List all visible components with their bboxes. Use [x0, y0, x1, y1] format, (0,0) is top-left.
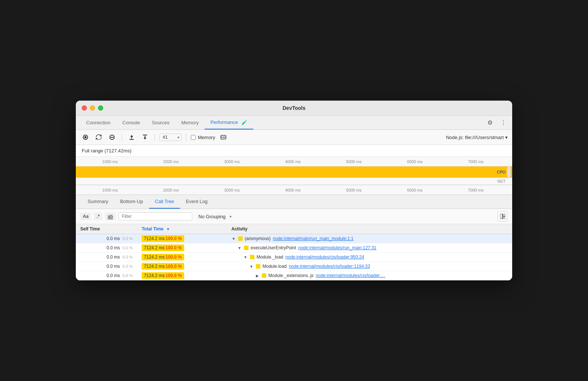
net-bar: NET — [76, 178, 512, 185]
total-time-badge-5: 7124.2 ms 100.0 % — [142, 272, 184, 279]
memory-checkbox-label[interactable]: Memory — [191, 135, 215, 140]
net-label: NET — [497, 179, 506, 183]
col-self-time[interactable]: Self Time — [76, 224, 137, 234]
tree-expand-icon-2[interactable]: ▼ — [237, 246, 242, 250]
cell-self-time-4: 0.0 ms 0.0 % — [76, 262, 137, 271]
tab-connection[interactable]: Connection — [80, 116, 116, 129]
call-tree-table: Self Time Total Time ▼ Activity 0.0 ms — [76, 224, 512, 280]
separator-3 — [186, 134, 186, 141]
download-button[interactable] — [140, 132, 150, 142]
table-row[interactable]: 0.0 ms 0.0 % 7124.2 ms 100.0 % ▼ (anonym… — [76, 234, 512, 243]
activity-link-1[interactable]: node:internal/main/run_main_module:1:1 — [273, 236, 354, 241]
table-row[interactable]: 0.0 ms 0.0 % 7124.2 ms 100.0 % ▼ Module.… — [76, 253, 512, 262]
memory-label: Memory — [198, 135, 215, 140]
range-info: Full range (7127.42ms) — [76, 145, 512, 157]
cell-total-time-4: 7124.2 ms 100.0 % — [137, 262, 227, 271]
tree-expand-icon-3[interactable]: ▼ — [243, 255, 248, 259]
cell-self-time-5: 0.0 ms 0.0 % — [76, 271, 137, 280]
activity-link-4[interactable]: node:internal/modules/cjs/loader:1194:33 — [289, 264, 370, 269]
grouping-select[interactable]: No Grouping By URL By Activity — [195, 212, 234, 221]
cpu-bar[interactable]: CPU — [76, 166, 512, 178]
clear-button[interactable] — [107, 132, 117, 142]
memory-checkbox-input[interactable] — [191, 135, 196, 140]
upload-button[interactable] — [126, 132, 137, 142]
tab-memory[interactable]: Memory — [175, 116, 205, 129]
table-row[interactable]: 0.0 ms 0.0 % 7124.2 ms 100.0 % ▼ execute… — [76, 243, 512, 253]
case-sensitive-button[interactable]: Aa — [80, 213, 91, 220]
svg-rect-10 — [500, 214, 502, 219]
cell-total-time-2: 7124.2 ms 100.0 % — [137, 243, 227, 253]
maximize-button[interactable] — [98, 105, 103, 111]
whole-word-button[interactable]: ab — [105, 213, 115, 220]
tree-expand-icon-1[interactable]: ▼ — [232, 237, 236, 241]
total-time-badge-4: 7124.2 ms 100.0 % — [142, 263, 184, 270]
svg-point-1 — [84, 136, 87, 138]
col-activity[interactable]: Activity — [227, 224, 512, 234]
session-select[interactable]: #1 — [159, 134, 182, 141]
filter-input[interactable] — [118, 212, 192, 220]
tree-expand-icon-4[interactable]: ▼ — [249, 264, 254, 269]
panel-layout-button[interactable] — [497, 211, 508, 222]
node-label: Node.js: file:///Users/stmart — [446, 135, 504, 140]
more-options-icon[interactable]: ⋮ — [499, 118, 508, 127]
cell-total-time-5: 7124.2 ms 100.0 % — [137, 271, 227, 280]
tab-performance[interactable]: Performance 🧪 — [205, 116, 253, 129]
mark-b-1000ms: 1000 ms — [80, 188, 141, 192]
tab-sources[interactable]: Sources — [146, 116, 175, 129]
record-button[interactable] — [80, 132, 91, 142]
svg-rect-7 — [222, 136, 222, 138]
cell-activity-3: ▼ Module._load node:internal/modules/cjs… — [227, 253, 512, 262]
cell-total-time-1: 7124.2 ms 100.0 % — [137, 234, 227, 243]
regex-button[interactable]: .* — [94, 213, 102, 220]
upper-ruler: 1000 ms 2000 ms 3000 ms 4000 ms 5000 ms … — [76, 157, 512, 166]
tab-bar-tabs: Connection Console Sources Memory Perfor… — [80, 116, 486, 129]
mark-1000ms: 1000 ms — [80, 159, 141, 164]
table-row[interactable]: 0.0 ms 0.0 % 7124.2 ms 100.0 % ▶ Module.… — [76, 271, 512, 280]
minimize-button[interactable] — [90, 105, 95, 111]
svg-rect-5 — [143, 135, 147, 135]
activity-color-icon-1 — [238, 236, 243, 241]
tab-bottom-up[interactable]: Bottom-Up — [114, 195, 149, 209]
toolbar: #1 Memory Node.js: file:///Users/stmart … — [76, 130, 512, 145]
svg-rect-11 — [503, 214, 505, 216]
tab-call-tree[interactable]: Call Tree — [149, 195, 180, 209]
cell-activity-1: ▼ (anonymous) node:internal/main/run_mai… — [227, 234, 512, 243]
mark-b-7000ms: 7000 ms — [445, 188, 506, 192]
tab-event-log[interactable]: Event Log — [180, 195, 214, 209]
mark-b-4000ms: 4000 ms — [263, 188, 324, 192]
mark-5000ms: 5000 ms — [323, 159, 384, 164]
close-button[interactable] — [82, 105, 87, 111]
node-selector[interactable]: Node.js: file:///Users/stmart ▾ — [446, 135, 508, 140]
col-total-time[interactable]: Total Time ▼ — [137, 224, 227, 234]
tree-expand-icon-5[interactable]: ▶ — [255, 274, 260, 278]
mark-b-2000ms: 2000 ms — [141, 188, 202, 192]
tab-bar-actions: ⚙ ⋮ — [486, 118, 508, 127]
tab-summary[interactable]: Summary — [82, 195, 114, 209]
timeline-container: 1000 ms 2000 ms 3000 ms 4000 ms 5000 ms … — [76, 157, 512, 195]
memory-tool-icon[interactable] — [218, 132, 229, 142]
table-row[interactable]: 0.0 ms 0.0 % 7124.2 ms 100.0 % ▼ Module.… — [76, 262, 512, 271]
tab-console[interactable]: Console — [116, 116, 146, 129]
mark-b-6000ms: 6000 ms — [384, 188, 445, 192]
separator-2 — [155, 134, 155, 141]
activity-color-icon-4 — [256, 264, 260, 269]
activity-link-5[interactable]: node:internal/modules/cjs/loader:… — [316, 273, 385, 278]
svg-rect-8 — [223, 136, 224, 138]
grouping-select-wrapper[interactable]: No Grouping By URL By Activity — [195, 212, 234, 221]
mark-b-5000ms: 5000 ms — [323, 188, 384, 192]
activity-link-2[interactable]: node:internal/modules/run_main:127:31 — [298, 245, 376, 250]
settings-icon[interactable]: ⚙ — [486, 118, 494, 127]
reload-button[interactable] — [94, 132, 104, 142]
cell-self-time-1: 0.0 ms 0.0 % — [76, 234, 137, 243]
total-time-badge-2: 7124.2 ms 100.0 % — [142, 245, 184, 251]
activity-link-3[interactable]: node:internal/modules/cjs/loader:950:24 — [285, 254, 364, 260]
activity-color-icon-3 — [250, 255, 254, 259]
timeline-scrollbar[interactable] — [507, 166, 511, 178]
ruler-marks-top: 1000 ms 2000 ms 3000 ms 4000 ms 5000 ms … — [80, 159, 506, 164]
svg-rect-9 — [224, 136, 225, 138]
session-select-wrapper[interactable]: #1 — [159, 134, 182, 141]
mark-6000ms: 6000 ms — [384, 159, 445, 164]
table-container[interactable]: Self Time Total Time ▼ Activity 0.0 ms — [76, 224, 512, 280]
cell-total-time-3: 7124.2 ms 100.0 % — [137, 253, 227, 262]
cell-self-time-2: 0.0 ms 0.0 % — [76, 243, 137, 253]
